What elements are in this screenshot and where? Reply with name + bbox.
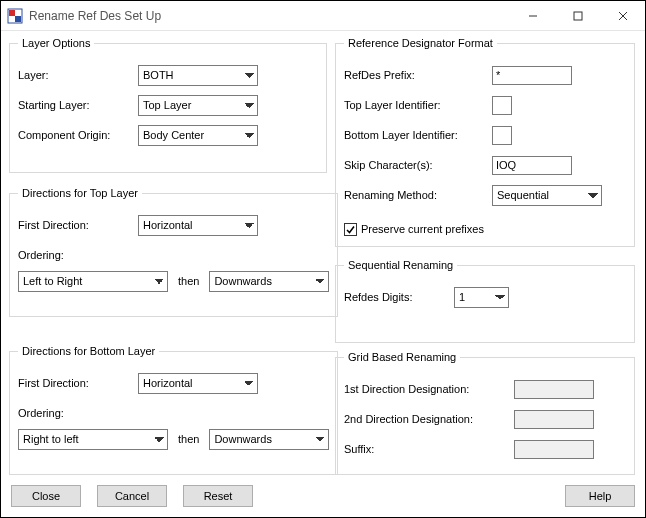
directions-top-group: Directions for Top Layer First Direction… <box>9 187 338 317</box>
bottom-then-label: then <box>178 433 199 445</box>
grid-d2-input <box>514 410 594 429</box>
top-id-input[interactable] <box>492 96 512 115</box>
preserve-prefixes-checkbox[interactable] <box>344 223 357 236</box>
refdes-prefix-label: RefDes Prefix: <box>344 69 492 81</box>
directions-bottom-legend: Directions for Bottom Layer <box>18 345 159 357</box>
refdes-digits-label: Refdes Digits: <box>344 291 454 303</box>
sequential-renaming-legend: Sequential Renaming <box>344 259 457 271</box>
svg-rect-2 <box>15 16 21 22</box>
svg-rect-1 <box>9 10 15 16</box>
skip-chars-input[interactable] <box>492 156 572 175</box>
top-first-direction-select[interactable]: Horizontal <box>138 215 258 236</box>
help-button[interactable]: Help <box>565 485 635 507</box>
grid-d1-label: 1st Direction Designation: <box>344 383 514 395</box>
bottom-id-label: Bottom Layer Identifier: <box>344 129 492 141</box>
directions-top-legend: Directions for Top Layer <box>18 187 142 199</box>
dialog-window: Rename Ref Des Set Up Layer Options Laye… <box>0 0 646 518</box>
grid-suffix-label: Suffix: <box>344 443 514 455</box>
top-id-label: Top Layer Identifier: <box>344 99 492 111</box>
renaming-method-select[interactable]: Sequential <box>492 185 602 206</box>
app-icon <box>7 8 23 24</box>
component-origin-label: Component Origin: <box>18 129 138 141</box>
layer-label: Layer: <box>18 69 138 81</box>
top-first-direction-label: First Direction: <box>18 219 138 231</box>
ref-format-group: Reference Designator Format RefDes Prefi… <box>335 37 635 247</box>
grid-d2-label: 2nd Direction Designation: <box>344 413 514 425</box>
ref-format-legend: Reference Designator Format <box>344 37 497 49</box>
directions-bottom-group: Directions for Bottom Layer First Direct… <box>9 345 338 475</box>
preserve-prefixes-label: Preserve current prefixes <box>361 223 484 235</box>
maximize-button[interactable] <box>555 1 600 30</box>
top-ordering-1-select[interactable]: Left to Right <box>18 271 168 292</box>
grid-renaming-legend: Grid Based Renaming <box>344 351 460 363</box>
minimize-button[interactable] <box>510 1 555 30</box>
renaming-method-label: Renaming Method: <box>344 189 492 201</box>
svg-rect-4 <box>574 12 582 20</box>
grid-suffix-input <box>514 440 594 459</box>
bottom-ordering-1-select[interactable]: Right to left <box>18 429 168 450</box>
button-row: Close Cancel Reset Help <box>11 485 635 507</box>
bottom-id-input[interactable] <box>492 126 512 145</box>
layer-options-legend: Layer Options <box>18 37 94 49</box>
top-ordering-2-select[interactable]: Downwards <box>209 271 329 292</box>
refdes-digits-select[interactable]: 1 <box>454 287 509 308</box>
cancel-button[interactable]: Cancel <box>97 485 167 507</box>
bottom-first-direction-label: First Direction: <box>18 377 138 389</box>
title-bar: Rename Ref Des Set Up <box>1 1 645 31</box>
dialog-content: Layer Options Layer: BOTH Starting Layer… <box>1 31 645 517</box>
top-ordering-label: Ordering: <box>18 249 138 261</box>
grid-d1-input <box>514 380 594 399</box>
refdes-prefix-input[interactable] <box>492 66 572 85</box>
bottom-ordering-2-select[interactable]: Downwards <box>209 429 329 450</box>
close-button[interactable]: Close <box>11 485 81 507</box>
bottom-first-direction-select[interactable]: Horizontal <box>138 373 258 394</box>
bottom-ordering-label: Ordering: <box>18 407 138 419</box>
window-title: Rename Ref Des Set Up <box>29 9 510 23</box>
starting-layer-select[interactable]: Top Layer <box>138 95 258 116</box>
grid-renaming-group: Grid Based Renaming 1st Direction Design… <box>335 351 635 475</box>
skip-chars-label: Skip Character(s): <box>344 159 492 171</box>
sequential-renaming-group: Sequential Renaming Refdes Digits: 1 <box>335 259 635 343</box>
starting-layer-label: Starting Layer: <box>18 99 138 111</box>
layer-options-group: Layer Options Layer: BOTH Starting Layer… <box>9 37 327 173</box>
component-origin-select[interactable]: Body Center <box>138 125 258 146</box>
reset-button[interactable]: Reset <box>183 485 253 507</box>
top-then-label: then <box>178 275 199 287</box>
close-window-button[interactable] <box>600 1 645 30</box>
layer-select[interactable]: BOTH <box>138 65 258 86</box>
